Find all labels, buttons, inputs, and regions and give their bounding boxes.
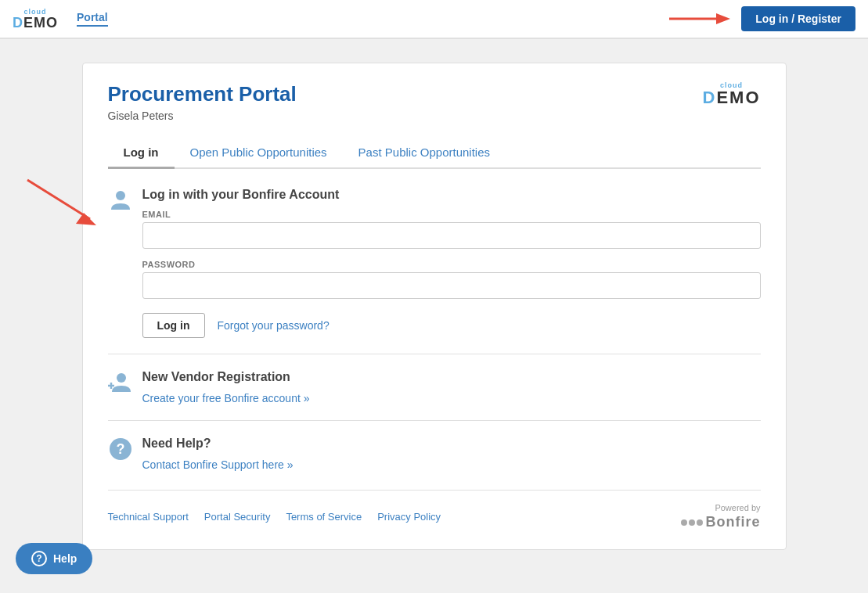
- section-divider-2: [108, 420, 761, 421]
- bonfire-dots-icon: [681, 519, 703, 526]
- card-title: Procurement Portal: [108, 82, 297, 106]
- help-button[interactable]: ? Help: [16, 543, 92, 573]
- login-button[interactable]: Log in: [142, 313, 205, 338]
- svg-marker-3: [76, 213, 96, 225]
- help-circle-icon: ?: [108, 437, 133, 462]
- main-card: Procurement Portal Gisela Peters cloud D…: [82, 63, 787, 550]
- help-content: Need Help? Contact Bonfire Support here …: [142, 437, 761, 471]
- create-account-link[interactable]: Create your free Bonfire account »: [142, 392, 310, 404]
- email-input[interactable]: [142, 222, 761, 249]
- nav-right: Log in / Register: [669, 6, 855, 31]
- privacy-policy-link[interactable]: Privacy Policy: [377, 511, 441, 523]
- card-logo-demo: DEMO: [702, 89, 760, 106]
- help-button-icon: ?: [31, 551, 47, 566]
- tab-login[interactable]: Log in: [108, 138, 175, 169]
- svg-text:?: ?: [116, 441, 124, 457]
- card-footer: Technical Support Portal Security Terms …: [108, 490, 761, 530]
- svg-point-5: [117, 373, 126, 383]
- login-section-title: Log in with your Bonfire Account: [142, 188, 761, 202]
- card-header-left: Procurement Portal Gisela Peters: [108, 82, 297, 122]
- tab-bar: Log in Open Public Opportunities Past Pu…: [108, 138, 761, 169]
- email-label: EMAIL: [142, 210, 761, 219]
- svg-line-2: [27, 180, 90, 219]
- section-divider-1: [108, 354, 761, 354]
- card-header: Procurement Portal Gisela Peters cloud D…: [108, 82, 761, 122]
- portal-security-link[interactable]: Portal Security: [204, 511, 271, 523]
- powered-by-label: Powered by: [715, 503, 760, 512]
- add-user-icon: [108, 370, 133, 395]
- help-section: ? Need Help? Contact Bonfire Support her…: [108, 437, 761, 471]
- help-section-title: Need Help?: [142, 437, 761, 451]
- password-input[interactable]: [142, 272, 761, 299]
- app-logo: cloud DEMO: [13, 9, 58, 30]
- forgot-password-link[interactable]: Forgot your password?: [218, 319, 330, 332]
- tab-past-opportunities[interactable]: Past Public Opportunities: [343, 138, 506, 169]
- top-navigation: cloud DEMO Portal Log in / Register: [0, 0, 868, 39]
- main-content: Procurement Portal Gisela Peters cloud D…: [0, 39, 868, 573]
- svg-marker-1: [716, 13, 730, 24]
- bonfire-dot-3: [697, 519, 703, 526]
- arrow-indicator-icon: [669, 9, 732, 28]
- svg-point-4: [116, 191, 125, 200]
- portal-nav-link[interactable]: Portal: [77, 11, 108, 27]
- card-logo: cloud DEMO: [702, 82, 760, 106]
- terms-of-service-link[interactable]: Terms of Service: [286, 511, 362, 523]
- bonfire-dot-2: [689, 519, 695, 526]
- password-label: PASSWORD: [142, 260, 761, 269]
- bonfire-dot-1: [681, 519, 687, 526]
- login-form-container: Log in with your Bonfire Account EMAIL P…: [142, 188, 761, 338]
- nav-left: cloud DEMO Portal: [13, 9, 108, 30]
- logo-demo-text: DEMO: [13, 16, 58, 30]
- card-subtitle: Gisela Peters: [108, 110, 297, 122]
- vendor-section-title: New Vendor Registration: [142, 370, 761, 384]
- bonfire-brand-name: Bonfire: [706, 514, 761, 530]
- vendor-content: New Vendor Registration Create your free…: [142, 370, 761, 404]
- form-actions: Log in Forgot your password?: [142, 313, 761, 338]
- contact-support-link[interactable]: Contact Bonfire Support here »: [142, 458, 294, 471]
- technical-support-link[interactable]: Technical Support: [108, 511, 189, 523]
- login-section: Log in with your Bonfire Account EMAIL P…: [108, 188, 761, 338]
- footer-links: Technical Support Portal Security Terms …: [108, 511, 441, 523]
- user-icon: [108, 188, 133, 213]
- annotation-arrow: [20, 172, 98, 229]
- tab-open-opportunities[interactable]: Open Public Opportunities: [175, 138, 343, 169]
- vendor-registration-section: New Vendor Registration Create your free…: [108, 370, 761, 404]
- powered-by: Powered by Bonfire: [681, 503, 761, 530]
- login-register-button[interactable]: Log in / Register: [741, 6, 855, 31]
- bonfire-brand: Bonfire: [681, 514, 761, 530]
- help-button-label: Help: [53, 552, 77, 565]
